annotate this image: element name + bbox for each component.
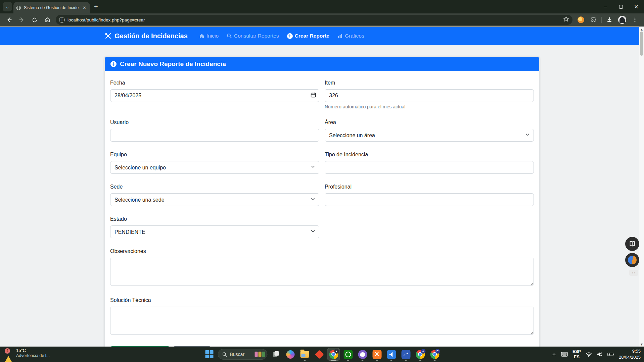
tray-date: 28/04/2025 <box>619 354 641 360</box>
windows-logo-icon <box>205 350 214 358</box>
reload-button[interactable] <box>30 15 40 25</box>
diamond-icon <box>315 350 324 359</box>
menu-kebab-icon[interactable] <box>630 15 640 25</box>
scroll-up-icon[interactable]: ▲ <box>639 27 644 32</box>
tray-chevron-up-icon[interactable] <box>552 352 556 357</box>
tab-search-chevron-icon[interactable]: ⌄ <box>3 2 12 11</box>
folder-icon <box>301 351 309 358</box>
nav-crear-reporte[interactable]: Crear Reporte <box>284 30 332 42</box>
browser-titlebar: ⌄ Sistema de Gestión de Incidenci ✕ + – … <box>0 0 644 13</box>
github-desktop-app[interactable] <box>357 348 369 360</box>
field-equipo: Equipo Seleccione un equipo <box>110 152 319 174</box>
page-viewport: Gestión de Incidencias Inicio Consultar … <box>0 27 644 347</box>
item-help-text: Número automático para el mes actual <box>325 104 534 109</box>
estado-select[interactable]: PENDIENTE <box>110 225 319 238</box>
back-button[interactable] <box>4 15 14 25</box>
xampp-app[interactable]: ᙭ <box>371 348 383 360</box>
reading-widget-button[interactable] <box>625 237 639 251</box>
taskbar: 4 15°C Advertencia de l... Buscar ● <box>0 347 644 362</box>
start-button[interactable] <box>203 348 216 360</box>
copilot-icon <box>286 350 294 359</box>
browser-toolbar: i localhost/public/index.php?page=crear <box>0 13 644 27</box>
nav-inicio[interactable]: Inicio <box>196 30 221 42</box>
red-diamond-app[interactable] <box>313 348 325 360</box>
task-view-icon <box>272 350 280 358</box>
tab-title: Sistema de Gestión de Incidenci <box>24 5 79 10</box>
calendar-icon[interactable] <box>311 92 316 99</box>
tipo-input[interactable] <box>325 161 534 174</box>
tools-icon <box>104 32 112 40</box>
diagram-app[interactable] <box>400 348 412 360</box>
app-brand[interactable]: Gestión de Incidencias <box>104 32 188 40</box>
widget-collapse-handle[interactable]: ›·‹ <box>629 270 638 276</box>
extensions-puzzle-icon[interactable] <box>589 15 599 25</box>
touch-keyboard-icon[interactable] <box>561 352 568 357</box>
taskbar-search[interactable]: Buscar <box>218 349 268 360</box>
new-tab-button[interactable]: + <box>94 3 98 11</box>
lang-line1: ESP <box>572 349 581 354</box>
card-header: Crear Nuevo Reporte de Incidencia <box>105 57 539 71</box>
scrollbar-thumb[interactable] <box>640 32 643 56</box>
search-placeholder: Buscar <box>230 352 252 357</box>
area-label: Área <box>325 119 534 125</box>
site-info-icon[interactable]: i <box>59 17 65 23</box>
page-scrollbar[interactable]: ▲ ▼ <box>639 27 644 347</box>
area-select[interactable]: Seleccione un área <box>325 129 534 142</box>
equipo-select[interactable]: Seleccione un equipo <box>110 161 319 174</box>
vscode-app[interactable] <box>385 348 398 360</box>
clock[interactable]: 9:55 28/04/2025 <box>619 348 641 360</box>
search-icon <box>222 352 227 357</box>
maximize-button[interactable] <box>613 0 629 13</box>
usuario-input[interactable] <box>110 129 319 142</box>
url-bar[interactable]: i localhost/public/index.php?page=crear <box>56 15 572 25</box>
chrome-app-active[interactable]: ● <box>328 348 340 360</box>
chrome-profile-app[interactable]: ✦ <box>414 348 426 360</box>
item-input[interactable] <box>325 89 534 102</box>
profile-avatar[interactable] <box>617 15 627 25</box>
bookmark-star-icon[interactable] <box>563 16 569 23</box>
translate-widget-button[interactable] <box>625 253 639 267</box>
scroll-down-icon[interactable]: ▼ <box>639 342 644 347</box>
chrome-icon: ✦ <box>416 350 425 359</box>
minimize-button[interactable]: – <box>598 0 613 13</box>
downloads-button[interactable] <box>604 15 614 25</box>
file-explorer-app[interactable] <box>299 348 311 360</box>
xbox-icon <box>343 350 353 359</box>
xbox-app[interactable] <box>342 348 354 360</box>
url-text[interactable]: localhost/public/index.php?page=crear <box>67 17 145 22</box>
language-indicator[interactable]: ESP ES <box>572 349 581 360</box>
browser-tab[interactable]: Sistema de Gestión de Incidenci ✕ <box>13 2 90 13</box>
task-view-button[interactable] <box>270 348 282 360</box>
observaciones-label: Observaciones <box>110 248 534 254</box>
search-icon <box>227 33 232 39</box>
fecha-input[interactable] <box>110 89 319 102</box>
nav-consultar-label: Consultar Reportes <box>234 33 279 39</box>
forward-button[interactable] <box>17 15 27 25</box>
incident-form-card: Crear Nuevo Reporte de Incidencia Fecha … <box>104 56 540 347</box>
chrome-lock-badge: ● <box>334 349 339 354</box>
nav-crear-label: Crear Reporte <box>295 33 329 39</box>
chrome-pwa-app[interactable]: E <box>429 348 441 360</box>
profesional-input[interactable] <box>325 193 534 206</box>
extension-s-icon[interactable] <box>576 15 586 25</box>
tab-close-icon[interactable]: ✕ <box>82 5 87 10</box>
battery-icon[interactable] <box>607 352 614 357</box>
nav-graficos[interactable]: Gráficos <box>335 30 367 42</box>
observaciones-textarea[interactable] <box>110 258 534 286</box>
nav-graficos-label: Gráficos <box>345 33 364 39</box>
weather-widget[interactable]: 4 15°C Advertencia de l... <box>3 348 50 359</box>
close-button[interactable]: ✕ <box>629 0 644 13</box>
profesional-label: Profesional <box>325 184 534 190</box>
solucion-textarea[interactable] <box>110 307 534 335</box>
sede-select[interactable]: Seleccione una sede <box>110 193 319 206</box>
nav-consultar-reportes[interactable]: Consultar Reportes <box>224 30 282 42</box>
home-button[interactable] <box>42 15 52 25</box>
copilot-app[interactable] <box>284 348 296 360</box>
diagram-icon <box>401 350 410 359</box>
weather-alert-text: Advertencia de l... <box>16 353 50 359</box>
search-highlight-art[interactable] <box>255 352 265 357</box>
wifi-icon[interactable] <box>586 352 592 357</box>
xampp-icon: ᙭ <box>372 350 381 359</box>
solucion-label: Solución Técnica <box>110 297 534 303</box>
volume-icon[interactable] <box>597 352 603 357</box>
